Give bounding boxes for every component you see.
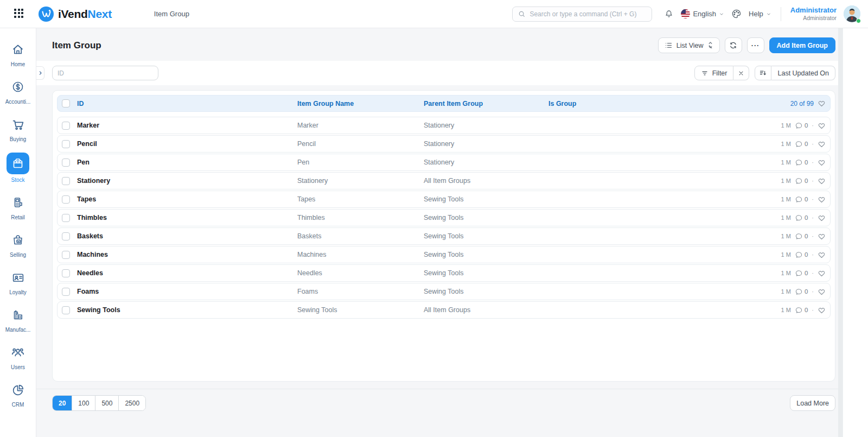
table-row[interactable]: Needles Needles Sewing Tools 1 M 0 · <box>57 264 831 282</box>
sidebar-item-users[interactable]: Users <box>2 340 34 375</box>
row-id[interactable]: Foams <box>77 288 297 295</box>
load-more-button[interactable]: Load More <box>790 395 835 411</box>
user-menu[interactable]: Administrator Administrator <box>790 7 837 21</box>
comments-button[interactable]: 0 <box>795 232 808 240</box>
row-checkbox[interactable] <box>62 177 70 185</box>
table-row[interactable]: Marker Marker Stationery 1 M 0 · <box>57 117 831 134</box>
comments-button[interactable]: 0 <box>795 306 808 314</box>
like-button[interactable] <box>818 214 826 222</box>
comments-button[interactable]: 0 <box>795 177 808 185</box>
like-button[interactable] <box>818 177 826 185</box>
row-checkbox[interactable] <box>62 251 70 259</box>
global-search[interactable] <box>512 7 652 22</box>
record-count[interactable]: 20 of 99 <box>790 100 814 107</box>
refresh-button[interactable] <box>725 37 742 53</box>
select-all-checkbox[interactable] <box>62 99 70 107</box>
sidebar-item-selling[interactable]: Selling <box>2 227 34 262</box>
column-header-name[interactable]: Item Group Name <box>297 100 424 107</box>
page-size-2500[interactable]: 2500 <box>119 396 145 410</box>
table-row[interactable]: Sewing Tools Sewing Tools All Item Group… <box>57 301 831 319</box>
sidebar-item-retail[interactable]: Retail <box>2 190 34 225</box>
table-row[interactable]: Tapes Tapes Sewing Tools 1 M 0 · <box>57 191 831 208</box>
comments-button[interactable]: 0 <box>795 269 808 277</box>
row-checkbox[interactable] <box>62 306 70 314</box>
row-id[interactable]: Needles <box>77 269 297 277</box>
row-id[interactable]: Tapes <box>77 195 297 203</box>
page-size-100[interactable]: 100 <box>72 396 95 410</box>
row-checkbox[interactable] <box>62 288 70 296</box>
page-size-20[interactable]: 20 <box>53 396 72 410</box>
row-checkbox[interactable] <box>62 140 70 148</box>
comments-button[interactable]: 0 <box>795 288 808 296</box>
like-button[interactable] <box>818 251 826 259</box>
list-rows: Marker Marker Stationery 1 M 0 · Pencil … <box>57 117 831 319</box>
search-input[interactable] <box>529 10 646 18</box>
row-checkbox[interactable] <box>62 269 70 277</box>
sidebar-item-accounting[interactable]: Accounti... <box>2 74 34 109</box>
sidebar-item-manufacturing[interactable]: Manufac... <box>2 302 34 337</box>
row-checkbox[interactable] <box>62 214 70 222</box>
scrollbar-track[interactable] <box>838 28 843 437</box>
row-id[interactable]: Baskets <box>77 232 297 240</box>
table-row[interactable]: Pen Pen Stationery 1 M 0 · <box>57 154 831 171</box>
view-switcher-button[interactable]: List View <box>658 37 720 53</box>
table-row[interactable]: Pencil Pencil Stationery 1 M 0 · <box>57 135 831 153</box>
row-checkbox[interactable] <box>62 232 70 240</box>
row-id[interactable]: Sewing Tools <box>77 306 297 314</box>
comments-button[interactable]: 0 <box>795 159 808 167</box>
liked-filter-button[interactable] <box>818 99 826 107</box>
row-checkbox[interactable] <box>62 159 70 167</box>
table-row[interactable]: Machines Machines Sewing Tools 1 M 0 · <box>57 246 831 263</box>
like-button[interactable] <box>818 122 826 130</box>
like-button[interactable] <box>818 195 826 204</box>
column-header-id[interactable]: ID <box>77 100 297 107</box>
language-selector[interactable]: English <box>681 9 724 18</box>
sidebar-item-stock[interactable]: Stock <box>2 149 34 187</box>
table-row[interactable]: Thimbles Thimbles Sewing Tools 1 M 0 · <box>57 209 831 226</box>
more-menu-button[interactable]: ··· <box>747 37 764 53</box>
sidebar-item-loyalty[interactable]: Loyalty <box>2 265 34 300</box>
sort-field-button[interactable]: Last Updated On <box>771 66 835 80</box>
like-button[interactable] <box>818 306 826 314</box>
brand-logo[interactable]: iVendNext <box>38 6 112 22</box>
row-id[interactable]: Marker <box>77 122 297 129</box>
like-button[interactable] <box>818 232 826 240</box>
table-row[interactable]: Stationery Stationery All Item Groups 1 … <box>57 172 831 189</box>
table-row[interactable]: Foams Foams Sewing Tools 1 M 0 · <box>57 283 831 300</box>
comments-button[interactable]: 0 <box>795 251 808 259</box>
comments-button[interactable]: 0 <box>795 195 808 204</box>
sidebar-item-crm[interactable]: CRM <box>2 377 34 412</box>
page-size-500[interactable]: 500 <box>95 396 119 410</box>
filter-button[interactable]: Filter <box>694 66 734 80</box>
row-id[interactable]: Stationery <box>77 177 297 185</box>
row-parent: Sewing Tools <box>424 269 548 277</box>
sidebar-collapse-toggle[interactable] <box>36 66 44 80</box>
row-checkbox[interactable] <box>62 122 70 130</box>
row-checkbox[interactable] <box>62 195 70 204</box>
like-button[interactable] <box>818 159 826 167</box>
row-id[interactable]: Machines <box>77 251 297 258</box>
add-item-group-button[interactable]: Add Item Group <box>769 37 835 53</box>
row-id[interactable]: Pencil <box>77 140 297 148</box>
comments-button[interactable]: 0 <box>795 140 808 148</box>
comments-button[interactable]: 0 <box>795 214 808 222</box>
sidebar-item-home[interactable]: Home <box>2 37 34 72</box>
column-header-parent[interactable]: Parent Item Group <box>424 100 548 107</box>
avatar[interactable] <box>844 5 860 22</box>
row-id[interactable]: Thimbles <box>77 214 297 221</box>
like-button[interactable] <box>818 269 826 277</box>
like-button[interactable] <box>818 288 826 296</box>
table-row[interactable]: Baskets Baskets Sewing Tools 1 M 0 · <box>57 227 831 245</box>
sort-direction-button[interactable] <box>755 66 771 80</box>
help-menu[interactable]: Help <box>749 10 771 18</box>
notifications-bell-icon[interactable] <box>664 9 674 19</box>
column-header-is-group[interactable]: Is Group <box>548 100 774 107</box>
sidebar-item-buying[interactable]: Buying <box>2 112 34 147</box>
theme-palette-icon[interactable] <box>731 9 742 19</box>
clear-filter-button[interactable] <box>733 66 749 80</box>
row-id[interactable]: Pen <box>77 159 297 166</box>
apps-grid-icon[interactable] <box>14 9 25 20</box>
comments-button[interactable]: 0 <box>795 122 808 130</box>
like-button[interactable] <box>818 140 826 148</box>
id-filter-input[interactable] <box>52 66 158 80</box>
